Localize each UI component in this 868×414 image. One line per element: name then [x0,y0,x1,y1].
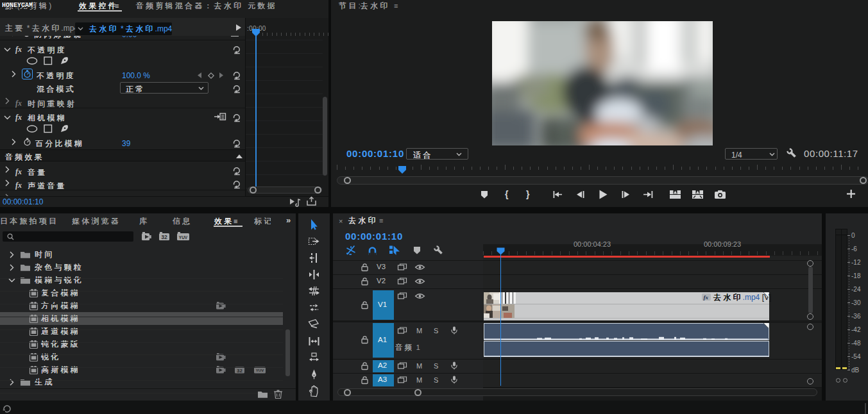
svg-text:32: 32 [161,234,167,240]
svg-text:YUV: YUV [179,235,188,240]
svg-text:YUV: YUV [256,368,264,372]
svg-text:32: 32 [237,368,243,374]
